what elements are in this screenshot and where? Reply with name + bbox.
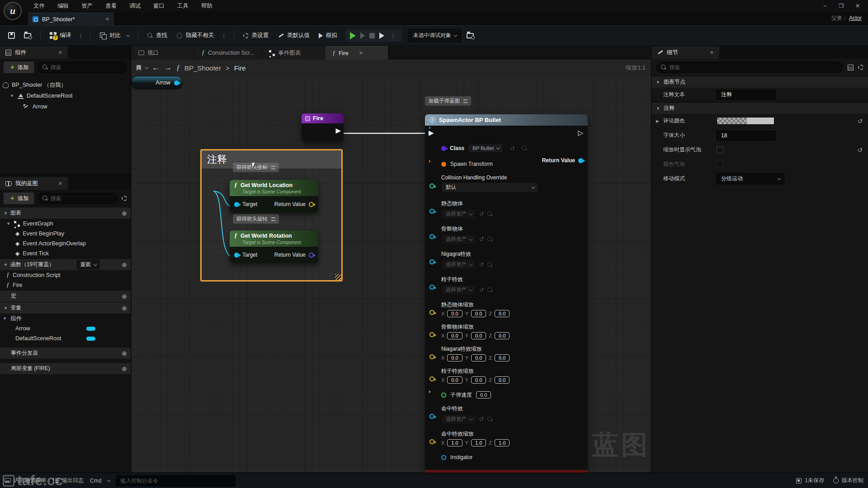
components-close-icon[interactable]: ✕	[58, 50, 62, 56]
breadcrumb-root[interactable]: BP_Shooter	[184, 64, 221, 72]
my-blueprint-search-input[interactable]	[51, 195, 113, 202]
browse-asset-icon[interactable]	[487, 287, 493, 293]
fire-event-node[interactable]: Fire ▶	[302, 113, 344, 141]
tab-bp-shooter[interactable]: BP_Shooter* ✕	[28, 13, 114, 25]
bullet-speed-pin[interactable]	[441, 393, 446, 398]
node-comment-bubble-spawn[interactable]: 加载子弹蓝图	[425, 96, 471, 106]
spawn-actor-node[interactable]: SpawnActor BP Bullet ▶ ▷ Class BP Bullet…	[425, 114, 588, 473]
graph-tab[interactable]: 视口	[131, 46, 194, 60]
blueprint-settings-gear-icon[interactable]	[122, 196, 127, 201]
browse-asset-icon[interactable]	[487, 262, 493, 267]
collision-dropdown[interactable]: 默认	[441, 182, 538, 192]
section-variables[interactable]: ▼ 变量 ⊕	[0, 302, 131, 314]
select-asset-dropdown[interactable]: 选择资产	[441, 209, 476, 219]
font-size-input[interactable]	[717, 131, 775, 141]
class-defaults-button[interactable]: 类默认值	[274, 29, 313, 42]
add-function-icon[interactable]: ⊕	[122, 261, 127, 268]
axis-z-input[interactable]: 0.0	[495, 310, 509, 317]
compile-options-icon[interactable]: ⋮	[76, 32, 85, 39]
get-world-rotation-node[interactable]: ƒGet World Rotation Target is Scene Comp…	[230, 230, 318, 263]
section-local-variables[interactable]: 局部变量 (FIRE) ⊕	[0, 362, 131, 374]
select-asset-dropdown[interactable]: 选择资产	[441, 414, 476, 424]
variable-type-pill[interactable]	[86, 337, 95, 341]
vector-pin[interactable]	[429, 439, 434, 444]
exec-out-pin[interactable]: ▷	[578, 129, 583, 140]
debug-object-dropdown[interactable]: 未选中调试对象	[408, 29, 461, 42]
diff-button[interactable]: 对比	[96, 29, 132, 42]
axis-x-input[interactable]: 0.0	[447, 310, 462, 317]
asset-pin[interactable]	[429, 209, 434, 214]
target-pin[interactable]	[234, 202, 239, 207]
event-item[interactable]: ◈ Event ActorBeginOverlap	[0, 239, 131, 249]
reset-icon[interactable]: ↺	[857, 117, 863, 125]
pin-bubble-icon[interactable]	[271, 217, 275, 221]
pin-bubble-icon[interactable]	[271, 166, 275, 169]
collapse-icon[interactable]: ▼	[4, 306, 8, 310]
axis-y-input[interactable]: 0.0	[471, 376, 486, 384]
collapse-icon[interactable]: ▼	[656, 80, 660, 84]
section-functions[interactable]: ▼ 函数（19可覆盖） 重载 ⊕	[0, 258, 131, 270]
exec-out-pin[interactable]: ▶	[335, 127, 341, 134]
item-eventgraph[interactable]: ▼ EventGraph	[0, 219, 131, 229]
vector-pin[interactable]	[429, 310, 434, 315]
section-macros[interactable]: 宏 ⊕	[0, 290, 131, 302]
asset-pin[interactable]	[429, 234, 434, 239]
comment-resize-handle[interactable]	[335, 274, 341, 280]
vector-pin[interactable]	[429, 354, 434, 359]
expander-icon[interactable]: ▼	[10, 94, 14, 98]
menu-item[interactable]: 资产	[76, 0, 98, 12]
select-asset-dropdown[interactable]: 选择资产	[441, 285, 476, 295]
use-selected-icon[interactable]: ↺	[510, 145, 515, 152]
tab-close-icon[interactable]: ✕	[99, 16, 109, 22]
parent-class-link[interactable]: Actor	[849, 15, 862, 21]
return-value-pin[interactable]	[309, 202, 314, 207]
back-icon[interactable]: ←	[152, 63, 160, 72]
color-bubble-checkbox[interactable]	[717, 161, 723, 168]
axis-x-input[interactable]: 0.0	[447, 376, 462, 384]
collapse-icon[interactable]: ▼	[4, 263, 8, 267]
close-button[interactable]: ✕	[851, 3, 864, 9]
browse-asset-icon[interactable]	[522, 145, 527, 151]
function-item[interactable]: ƒ Fire	[0, 280, 131, 290]
section-dispatchers[interactable]: 事件分发器 ⊕	[0, 347, 131, 359]
forward-icon[interactable]: →	[164, 63, 172, 72]
show-bubble-checkbox[interactable]	[717, 146, 723, 153]
graph-tab[interactable]: ƒ Construction Scr...	[194, 46, 262, 60]
add-dispatcher-icon[interactable]: ⊕	[122, 350, 127, 357]
comment-text-input[interactable]	[717, 90, 775, 100]
use-selected-icon[interactable]: ↺	[479, 416, 484, 422]
event-item[interactable]: ◈ Event BeginPlay	[0, 229, 131, 239]
node-comment-bubble-rotation[interactable]: 获得箭头旋转	[233, 214, 279, 224]
play-options-icon[interactable]: ⋮	[389, 32, 397, 39]
stop-icon[interactable]	[369, 33, 375, 38]
class-dropdown[interactable]: BP Bullet	[468, 144, 503, 153]
use-selected-icon[interactable]: ↺	[479, 211, 484, 217]
section-graph-node[interactable]: ▼ 图表节点	[651, 76, 868, 88]
get-world-location-node[interactable]: ƒGet World Location Target is Scene Comp…	[230, 180, 318, 212]
simulate-button[interactable]: 模拟	[315, 29, 341, 42]
section-comment[interactable]: ▼ 注释	[651, 102, 868, 114]
hide-unrelated-options-icon[interactable]: ⋮	[220, 32, 228, 39]
pin-bubble-icon[interactable]	[463, 99, 467, 103]
collapse-icon[interactable]: ▼	[6, 221, 11, 226]
axis-z-input[interactable]: 0.0	[495, 376, 509, 384]
tab-my-blueprint[interactable]: 我的蓝图 ✕	[0, 177, 68, 190]
section-graphs[interactable]: ▼ 图表 ⊕	[0, 207, 131, 219]
menu-item[interactable]: 查看	[100, 0, 122, 12]
axis-z-input[interactable]: 1.0	[495, 439, 509, 446]
use-selected-icon[interactable]: ↺	[479, 261, 484, 268]
browse-button[interactable]	[20, 30, 35, 41]
components-search[interactable]	[38, 62, 127, 73]
debug-browse-button[interactable]	[463, 30, 477, 41]
arrow-variable-node[interactable]: Arrow	[131, 76, 183, 89]
target-pin[interactable]	[234, 253, 239, 258]
event-item[interactable]: ◈ Event Tick	[0, 249, 131, 258]
collapse-icon[interactable]: ▼	[656, 106, 660, 111]
tree-item-defaultsceneroot[interactable]: ▼ DefaultSceneRoot	[3, 90, 128, 101]
display-filter-icon[interactable]	[848, 65, 854, 70]
details-search-input[interactable]	[669, 64, 838, 70]
details-search[interactable]	[656, 62, 843, 73]
vector-pin[interactable]	[429, 332, 434, 337]
graph-tab[interactable]: ƒ Fire ✕	[325, 46, 388, 60]
tree-item-bp-shooter[interactable]: BP_Shooter （自我）	[3, 80, 128, 90]
